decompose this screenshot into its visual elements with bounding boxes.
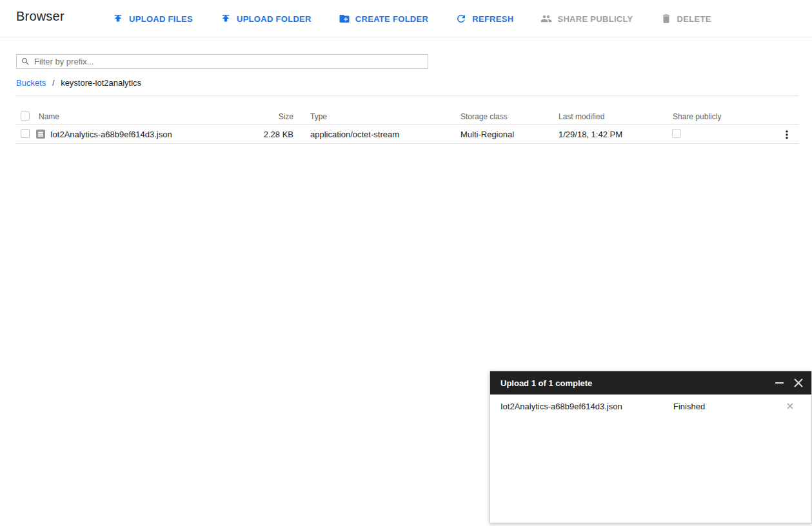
column-header-last-modified: Last modified [559, 112, 604, 121]
row-menu-button[interactable] [779, 127, 795, 142]
upload-dialog-actions [773, 371, 805, 394]
upload-icon [112, 13, 124, 24]
upload-files-label: UPLOAD FILES [129, 14, 193, 24]
filter-input[interactable] [34, 57, 424, 66]
minimize-icon [775, 382, 784, 384]
gcs-browser-screen: Browser UPLOAD FILES UPLOAD FOLDER CREAT… [0, 0, 812, 526]
search-icon [21, 57, 30, 66]
delete-button[interactable]: DELETE [651, 8, 720, 30]
refresh-button[interactable]: REFRESH [446, 8, 522, 30]
upload-dialog-title: Upload 1 of 1 complete [500, 378, 592, 388]
breadcrumb: Buckets / keystore-iot2analytics [16, 78, 141, 88]
upload-folder-button[interactable]: UPLOAD FOLDER [211, 8, 321, 30]
minimize-button[interactable] [773, 376, 786, 389]
create-folder-button[interactable]: CREATE FOLDER [330, 8, 437, 30]
share-publicly-label: SHARE PUBLICLY [557, 14, 633, 24]
share-publicly-button[interactable]: SHARE PUBLICLY [531, 8, 642, 30]
refresh-icon [455, 13, 467, 24]
refresh-label: REFRESH [472, 14, 513, 24]
column-header-type: Type [310, 112, 327, 121]
upload-item-row: Iot2Analytics-a68b9ef614d3.json Finished [490, 394, 811, 418]
select-checkbox[interactable] [21, 129, 30, 138]
object-last-modified: 1/29/18, 1:42 PM [559, 130, 622, 139]
column-header-storage-class: Storage class [460, 112, 508, 121]
object-type: application/octet-stream [310, 130, 399, 139]
close-icon [794, 378, 803, 387]
select-all-checkbox[interactable] [21, 112, 30, 121]
file-icon [35, 129, 46, 139]
breadcrumb-buckets-link[interactable]: Buckets [16, 78, 46, 88]
object-name-link[interactable]: Iot2Analytics-a68b9ef614d3.json [50, 130, 172, 139]
upload-folder-label: UPLOAD FOLDER [237, 14, 312, 24]
share-publicly-checkbox[interactable] [672, 129, 681, 138]
divider [16, 95, 798, 96]
close-icon [787, 403, 793, 409]
upload-status-dialog: Upload 1 of 1 complete Iot2Analytics-a68… [490, 371, 812, 523]
object-storage-class: Multi-Regional [460, 130, 514, 139]
toolbar: UPLOAD FILES UPLOAD FOLDER CREATE FOLDER… [103, 0, 720, 37]
divider [16, 143, 798, 144]
delete-label: DELETE [677, 14, 711, 24]
app-header: Browser UPLOAD FILES UPLOAD FOLDER CREAT… [0, 0, 812, 37]
breadcrumb-current-bucket: keystore-iot2analytics [61, 78, 141, 88]
dismiss-upload-item-button[interactable] [784, 400, 796, 412]
column-header-share-publicly: Share publicly [673, 112, 721, 121]
column-header-size: Size [248, 112, 293, 121]
upload-icon [220, 13, 232, 24]
more-vert-icon [780, 128, 793, 141]
upload-item-name: Iot2Analytics-a68b9ef614d3.json [500, 402, 622, 411]
breadcrumb-separator: / [52, 78, 55, 88]
create-folder-label: CREATE FOLDER [355, 14, 428, 24]
filter-box [16, 54, 428, 69]
column-header-name: Name [39, 112, 59, 121]
upload-files-button[interactable]: UPLOAD FILES [103, 8, 202, 30]
upload-item-status: Finished [673, 402, 705, 411]
upload-dialog-header: Upload 1 of 1 complete [490, 371, 811, 394]
divider [16, 124, 798, 125]
page-title: Browser [16, 9, 64, 24]
close-button[interactable] [792, 376, 805, 389]
trash-icon [660, 13, 672, 24]
object-size: 2.28 KB [242, 130, 293, 139]
people-icon [540, 13, 552, 24]
create-folder-icon [339, 13, 350, 24]
